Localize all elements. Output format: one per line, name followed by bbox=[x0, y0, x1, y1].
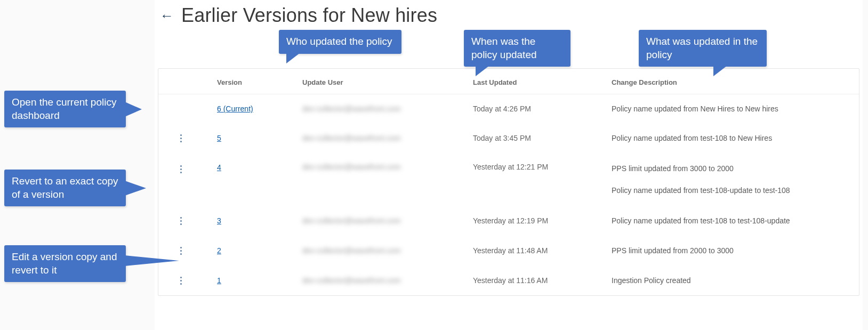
version-link[interactable]: 5 bbox=[217, 134, 221, 142]
change-description: PPS limit updated from 3000 to 2000Polic… bbox=[612, 163, 843, 196]
row-menu-cell bbox=[174, 244, 217, 257]
row-menu-cell bbox=[174, 214, 217, 227]
table-row: 4dev-collector@wavefront.comYesterday at… bbox=[158, 153, 859, 206]
col-desc-header: Change Description bbox=[612, 78, 843, 86]
kebab-menu-icon[interactable] bbox=[174, 214, 187, 227]
row-menu-cell bbox=[174, 163, 217, 175]
last-updated: Today at 4:26 PM bbox=[473, 104, 612, 113]
kebab-menu-icon[interactable] bbox=[174, 132, 187, 144]
update-user: dev-collector@wavefront.com bbox=[302, 134, 473, 142]
change-description-line: Policy name updated from test-108-update… bbox=[612, 184, 843, 196]
last-updated: Today at 3:45 PM bbox=[473, 134, 612, 142]
last-updated: Yesterday at 11:48 AM bbox=[473, 246, 612, 255]
change-description-line: PPS limit updated from 3000 to 2000 bbox=[612, 163, 843, 174]
table-row: 5dev-collector@wavefront.comToday at 3:4… bbox=[158, 123, 859, 153]
update-user: dev-collector@wavefront.com bbox=[302, 163, 473, 171]
change-description: Ingestion Policy created bbox=[612, 275, 843, 286]
change-description: Policy name updated from New Hires to Ne… bbox=[612, 103, 843, 115]
update-user: dev-collector@wavefront.com bbox=[302, 216, 473, 225]
kebab-menu-icon[interactable] bbox=[174, 163, 187, 175]
callout-edit: Edit a version copy and revert to it bbox=[4, 245, 126, 282]
change-description-line: PPS limit updated from 2000 to 3000 bbox=[612, 245, 843, 256]
row-menu-cell bbox=[174, 132, 217, 144]
col-user-header: Update User bbox=[302, 78, 473, 86]
change-description-line: Ingestion Policy created bbox=[612, 275, 843, 286]
table-row: 2dev-collector@wavefront.comYesterday at… bbox=[158, 236, 859, 265]
col-version-header: Version bbox=[217, 78, 302, 86]
change-description-line: Policy name updated from test-108 to tes… bbox=[612, 215, 843, 227]
change-description: Policy name updated from test-108 to tes… bbox=[612, 215, 843, 227]
update-user: dev-collector@wavefront.com bbox=[302, 276, 473, 285]
update-user: dev-collector@wavefront.com bbox=[302, 246, 473, 255]
table-body: 6 (Current)dev-collector@wavefront.comTo… bbox=[158, 94, 859, 295]
version-link[interactable]: 6 (Current) bbox=[217, 104, 253, 113]
change-description-line: Policy name updated from test-108 to New… bbox=[612, 132, 843, 144]
callout-who: Who updated the policy bbox=[279, 30, 401, 54]
versions-table: Version Update User Last Updated Change … bbox=[158, 68, 859, 296]
table-row: 6 (Current)dev-collector@wavefront.comTo… bbox=[158, 94, 859, 123]
last-updated: Yesterday at 11:16 AM bbox=[473, 276, 612, 285]
last-updated: Yesterday at 12:21 PM bbox=[473, 163, 612, 171]
version-link[interactable]: 1 bbox=[217, 276, 221, 285]
table-row: 3dev-collector@wavefront.comYesterday at… bbox=[158, 206, 859, 236]
version-link[interactable]: 4 bbox=[217, 163, 221, 172]
update-user: dev-collector@wavefront.com bbox=[302, 104, 473, 113]
col-updated-header: Last Updated bbox=[473, 78, 612, 86]
change-description-line: Policy name updated from New Hires to Ne… bbox=[612, 103, 843, 115]
callout-open: Open the current policy dashboard bbox=[4, 91, 126, 127]
last-updated: Yesterday at 12:19 PM bbox=[473, 216, 612, 225]
kebab-menu-icon[interactable] bbox=[174, 274, 187, 287]
callout-when: When was the policy updated bbox=[464, 30, 570, 67]
callout-what: What was updated in the policy bbox=[639, 30, 767, 67]
page-title: Earlier Versions for New hires bbox=[181, 4, 437, 27]
change-description: PPS limit updated from 2000 to 3000 bbox=[612, 245, 843, 256]
change-description: Policy name updated from test-108 to New… bbox=[612, 132, 843, 144]
callout-revert: Revert to an exact copy of a version bbox=[4, 170, 126, 206]
back-arrow-icon[interactable]: ← bbox=[160, 9, 174, 22]
table-row: 1dev-collector@wavefront.comYesterday at… bbox=[158, 265, 859, 295]
row-menu-cell bbox=[174, 274, 217, 287]
version-link[interactable]: 3 bbox=[217, 216, 221, 225]
table-header-row: Version Update User Last Updated Change … bbox=[158, 69, 859, 94]
version-link[interactable]: 2 bbox=[217, 246, 221, 255]
